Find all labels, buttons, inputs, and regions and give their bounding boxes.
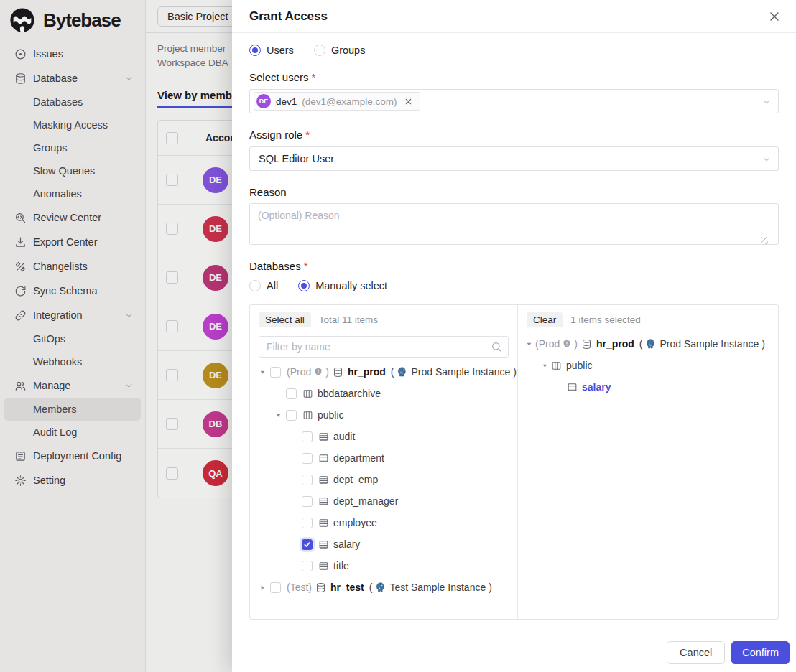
chip-user-email: (dev1@example.com) — [302, 96, 397, 107]
select-users-input[interactable]: DEdev1(dev1@example.com) — [249, 89, 779, 113]
tree-node-audit[interactable]: audit — [250, 426, 517, 447]
environment-label: (Test) — [287, 582, 312, 593]
required-asterisk: * — [305, 129, 310, 141]
total-items-label: Total 11 items — [319, 314, 378, 325]
select-users-label: Select users* — [249, 71, 779, 83]
radio-unselected[interactable] — [249, 280, 261, 291]
checkbox[interactable] — [302, 539, 313, 550]
principal-type-radio-group: UsersGroups — [249, 45, 779, 56]
node-label: dept_manager — [333, 495, 398, 507]
caret-down-icon[interactable] — [538, 359, 551, 372]
node-label: department — [333, 452, 384, 464]
node-label: audit — [333, 431, 355, 442]
confirm-button[interactable]: Confirm — [731, 641, 790, 664]
table-icon — [318, 496, 329, 507]
radio-label: All — [267, 280, 278, 291]
radio-selected[interactable] — [298, 280, 310, 291]
radio-all[interactable]: All — [249, 280, 278, 291]
checkbox[interactable] — [302, 518, 313, 528]
tree-node-title[interactable]: title — [250, 555, 517, 577]
search-icon — [491, 341, 502, 353]
table-icon — [567, 382, 578, 393]
tree-node-department[interactable]: department — [250, 447, 517, 469]
table-icon — [318, 475, 329, 485]
caret-down-icon[interactable] — [522, 337, 535, 350]
caret-spacer — [287, 452, 300, 465]
caret-down-icon[interactable] — [256, 365, 269, 378]
checkbox[interactable] — [302, 475, 313, 485]
assign-role-select[interactable]: SQL Editor User — [249, 146, 779, 171]
node-label: public — [566, 360, 593, 371]
checkbox[interactable] — [270, 582, 281, 593]
filter-by-name-input[interactable] — [259, 336, 509, 358]
modal-header: Grant Access — [232, 0, 796, 33]
schema-icon — [551, 360, 562, 371]
radio-manually-select[interactable]: Manually select — [298, 280, 387, 291]
chevron-down-icon — [762, 154, 772, 164]
caret-spacer — [287, 430, 300, 443]
tree-node-hr-prod[interactable]: (Prod)hr_prod(Prod Sample Instance) — [250, 361, 517, 383]
instance-label: (Prod Sample Instance) — [391, 366, 517, 378]
caret-down-icon[interactable] — [272, 409, 284, 421]
checkbox[interactable] — [302, 431, 313, 442]
node-label: employee — [333, 517, 377, 528]
checkbox[interactable] — [302, 561, 313, 571]
database-tree-select: Select all Total 11 items (Prod)hr_prod(… — [249, 304, 779, 620]
node-label: public — [318, 409, 344, 421]
radio-users[interactable]: Users — [249, 45, 294, 56]
table-icon — [318, 518, 329, 528]
caret-spacer — [287, 495, 300, 508]
table-icon — [318, 539, 329, 550]
tree-node-public[interactable]: public — [250, 404, 517, 426]
shield-icon — [562, 339, 572, 349]
checkbox[interactable] — [270, 367, 281, 378]
close-icon[interactable] — [767, 9, 782, 24]
databases-label: Databases* — [249, 260, 779, 272]
tree-node-dept-emp[interactable]: dept_emp — [250, 469, 517, 490]
node-label: dept_emp — [333, 474, 378, 485]
select-all-button[interactable]: Select all — [259, 312, 311, 327]
required-asterisk: * — [312, 71, 316, 83]
chevron-down-icon — [762, 97, 772, 107]
tree-node-public[interactable]: public — [518, 355, 778, 376]
tree-node-hr-prod[interactable]: (Prod)hr_prod(Prod Sample Instance) — [518, 333, 778, 355]
grant-access-modal: Grant Access UsersGroups Select users* D… — [232, 0, 796, 672]
database-icon — [315, 582, 326, 593]
assign-role-value: SQL Editor User — [259, 153, 334, 164]
reason-textarea[interactable] — [249, 203, 779, 245]
caret-spacer — [287, 559, 300, 572]
caret-spacer — [272, 387, 284, 400]
checkbox[interactable] — [286, 388, 297, 399]
checkbox[interactable] — [302, 496, 313, 507]
radio-selected[interactable] — [249, 45, 261, 56]
modal-title: Grant Access — [249, 9, 328, 24]
tree-node-salary[interactable]: salary — [518, 376, 778, 398]
modal-footer: Cancel Confirm — [667, 641, 790, 664]
radio-unselected[interactable] — [314, 45, 325, 56]
tree-node-salary[interactable]: salary — [250, 533, 517, 555]
cancel-button[interactable]: Cancel — [667, 641, 725, 664]
checkbox[interactable] — [286, 410, 297, 421]
caret-spacer — [554, 381, 567, 393]
tree-node-dept-manager[interactable]: dept_manager — [250, 490, 517, 512]
chip-user-name: dev1 — [276, 96, 297, 107]
environment-label: (Prod) — [287, 366, 329, 378]
pg-icon — [375, 582, 387, 593]
node-label: salary — [333, 538, 360, 550]
table-icon — [318, 431, 329, 442]
radio-groups[interactable]: Groups — [314, 45, 366, 56]
shield-icon — [313, 367, 323, 377]
selected-items-label: 1 items selected — [570, 314, 641, 325]
node-label: bbdataarchive — [318, 388, 381, 399]
radio-label: Users — [267, 45, 294, 56]
table-icon — [318, 561, 329, 571]
tree-node-bbdataarchive[interactable]: bbdataarchive — [250, 383, 517, 404]
tree-node-employee[interactable]: employee — [250, 512, 517, 533]
selected-user-chip: DEdev1(dev1@example.com) — [254, 92, 420, 111]
tree-node-hr-test[interactable]: (Test)hr_test(Test Sample Instance) — [250, 577, 517, 598]
table-icon — [318, 453, 329, 464]
clear-button[interactable]: Clear — [527, 312, 563, 327]
checkbox[interactable] — [302, 453, 313, 464]
x-icon[interactable] — [404, 97, 413, 106]
caret-right-icon[interactable] — [256, 581, 269, 594]
